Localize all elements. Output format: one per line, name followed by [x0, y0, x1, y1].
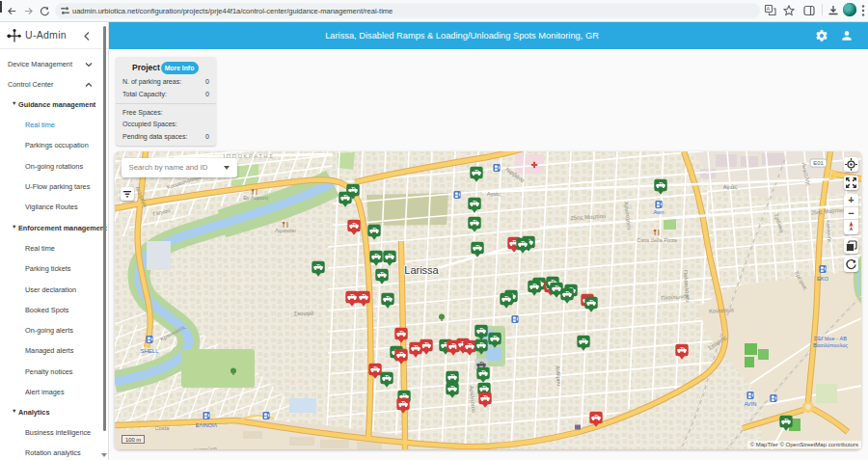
svg-text:DEI blue - ΑΒ: DEI blue - ΑΒ — [814, 336, 847, 341]
svg-text:SHELL: SHELL — [140, 348, 159, 354]
svg-text:E01: E01 — [813, 160, 823, 166]
svg-text:Σκουφά: Σκουφά — [293, 310, 313, 316]
svg-text:A: A — [767, 6, 771, 12]
svg-text:Εν Λαρίση: Εν Λαρίση — [243, 195, 268, 201]
svg-text:AVIN: AVIN — [744, 401, 756, 407]
svg-text:Βασιλόπουλος: Βασιλόπουλος — [813, 342, 848, 348]
svg-text:EKO: EKO — [817, 276, 829, 282]
svg-text:ΕΛΙΝΟΙΛ: ΕΛΙΝΟΙΛ — [196, 422, 218, 428]
svg-text:Λιμανάκι: Λιμανάκι — [275, 228, 296, 233]
svg-text:Costa: Costa — [155, 425, 171, 431]
svg-text:Casa della Pizza: Casa della Pizza — [637, 237, 678, 243]
svg-text:Αγιάς: Αγιάς — [487, 191, 502, 197]
svg-text:Αγιάς: Αγιάς — [723, 184, 738, 191]
svg-text:Larissa: Larissa — [404, 264, 439, 276]
svg-text:Avin: Avin — [653, 209, 664, 215]
